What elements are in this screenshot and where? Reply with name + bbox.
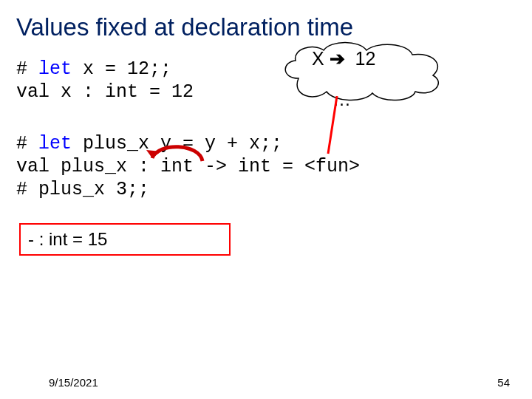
footer: 9/15/2021 54 xyxy=(0,376,532,389)
keyword-let: let xyxy=(38,133,72,154)
prompt: # xyxy=(16,58,38,80)
code-text: val plus_x : int -> int = <fun> xyxy=(16,156,360,177)
cloud-text: X ➔ 12 … xyxy=(312,49,375,110)
code-text: # plus_x 3;; xyxy=(16,179,149,200)
result-box: - : int = 15 xyxy=(19,223,231,256)
code-text: x = 12;; xyxy=(72,58,171,80)
right-arrow-icon: ➔ xyxy=(330,48,345,69)
code-text: val x : int = 12 xyxy=(16,81,194,103)
cloud-val: 12 xyxy=(345,48,376,69)
footer-page: 54 xyxy=(497,376,510,389)
code-text: plus_x y = y + x;; xyxy=(72,133,282,154)
cloud-x: X xyxy=(312,48,330,69)
keyword-let: let xyxy=(38,58,72,80)
code-block-2: # let plus_x y = y + x;; val plus_x : in… xyxy=(16,132,516,202)
footer-date: 9/15/2021 xyxy=(49,376,98,389)
cloud-callout: X ➔ 12 … xyxy=(278,41,448,102)
cloud-ellipsis: … xyxy=(312,89,375,110)
slide-title: Values fixed at declaration time xyxy=(16,13,516,41)
prompt: # xyxy=(16,133,38,154)
